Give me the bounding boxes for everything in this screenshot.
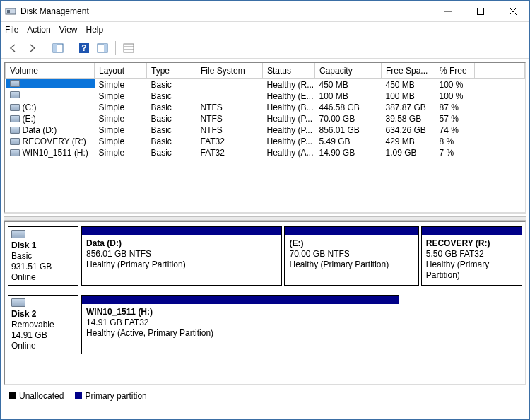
disk-graphical-pane[interactable]: Disk 1Basic931.51 GBOnlineData (D:)856.0… (4, 221, 526, 385)
volume-icon (10, 80, 20, 87)
volume-icon (10, 115, 20, 122)
cell-type: Basic (147, 113, 196, 124)
cell-capacity: 70.00 GB (315, 113, 382, 124)
menubar: File Action View Help (1, 22, 529, 37)
disk-info[interactable]: Disk 1Basic931.51 GBOnline (8, 226, 78, 286)
volume-name-cell: RECOVERY (R:) (6, 136, 95, 147)
partition-name: RECOVERY (R:) (426, 238, 517, 249)
cell-pct: 74 % (435, 124, 475, 136)
volume-row[interactable]: (E:)SimpleBasicNTFSHealthy (P...70.00 GB… (6, 113, 525, 124)
menu-view[interactable]: View (59, 25, 78, 35)
volume-name-cell (6, 91, 95, 99)
col-spare[interactable] (475, 63, 525, 78)
titlebar: Disk Management (1, 1, 529, 22)
show-hide-action-pane-button[interactable] (94, 40, 111, 57)
help-button[interactable]: ? (76, 40, 93, 57)
partition-color-bar (285, 227, 418, 235)
volume-name-cell (6, 79, 95, 88)
window-title: Disk Management (20, 6, 432, 16)
cell-capacity: 446.58 GB (315, 102, 382, 113)
partition[interactable]: (E:)70.00 GB NTFSHealthy (Primary Partit… (284, 226, 418, 286)
back-button[interactable] (5, 40, 22, 57)
col-filesystem[interactable]: File System (196, 63, 263, 78)
cell-status: Healthy (R... (263, 78, 315, 91)
partition-status: Healthy (Primary Partition) (86, 259, 277, 270)
volume-list-pane[interactable]: Volume Layout Type File System Status Ca… (4, 62, 526, 214)
partition-name: WIN10_1511 (H:) (86, 307, 394, 317)
partition-body: (E:)70.00 GB NTFSHealthy (Primary Partit… (285, 235, 418, 273)
swatch-primary-icon (75, 392, 82, 399)
volume-row[interactable]: Data (D:)SimpleBasicNTFSHealthy (P...856… (6, 124, 525, 136)
toolbar-divider (45, 41, 45, 55)
status-bar (4, 404, 526, 416)
cell-pct: 87 % (435, 102, 475, 113)
volume-name-cell: Data (D:) (6, 124, 95, 136)
show-hide-console-tree-button[interactable] (49, 40, 66, 57)
volume-icon (10, 91, 20, 98)
partition-color-bar (422, 227, 522, 235)
partition-body: Data (D:)856.01 GB NTFSHealthy (Primary … (82, 235, 281, 273)
disk-state: Online (11, 341, 75, 351)
col-status[interactable]: Status (263, 63, 315, 78)
disk-icon (11, 230, 25, 238)
volume-name-cell: WIN10_1511 (H:) (6, 147, 95, 158)
cell-layout: Simple (95, 78, 147, 91)
partition[interactable]: WIN10_1511 (H:)14.91 GB FAT32Healthy (Ac… (81, 295, 399, 354)
volume-row[interactable]: SimpleBasicHealthy (E...100 MB100 MB100 … (6, 91, 525, 102)
col-pctfree[interactable]: % Free (435, 63, 475, 78)
partition[interactable]: RECOVERY (R:)5.50 GB FAT32Healthy (Prima… (421, 226, 522, 286)
disk-row: Disk 2Removable14.91 GBOnlineWIN10_1511 … (5, 291, 525, 359)
partition-name: (E:) (289, 238, 413, 249)
partition-body: WIN10_1511 (H:)14.91 GB FAT32Healthy (Ac… (82, 304, 399, 342)
close-button[interactable] (497, 1, 529, 22)
legend-unallocated: Unallocated (9, 391, 64, 401)
menu-file[interactable]: File (5, 25, 18, 35)
toolbar-divider (71, 41, 71, 55)
cell-capacity: 14.90 GB (315, 147, 382, 158)
col-capacity[interactable]: Capacity (315, 63, 382, 78)
partition-info: 5.50 GB FAT32 (426, 249, 517, 259)
legend-primary: Primary partition (75, 391, 146, 401)
volume-row[interactable]: WIN10_1511 (H:)SimpleBasicFAT32Healthy (… (6, 147, 525, 158)
partition-color-bar (82, 227, 281, 235)
partition[interactable]: Data (D:)856.01 GB NTFSHealthy (Primary … (81, 226, 282, 286)
cell-status: Healthy (P... (263, 136, 315, 147)
volume-icon (10, 104, 20, 111)
partition-status: Healthy (Primary Partition) (289, 259, 413, 270)
svg-text:?: ? (81, 43, 86, 53)
disk-size: 931.51 GB (11, 262, 75, 272)
volume-icon (10, 138, 20, 145)
maximize-button[interactable] (464, 1, 497, 22)
disk-row: Disk 1Basic931.51 GBOnlineData (D:)856.0… (5, 222, 525, 291)
col-layout[interactable]: Layout (95, 63, 147, 78)
minimize-button[interactable] (432, 1, 464, 22)
partition-info: 14.91 GB FAT32 (86, 317, 394, 328)
partition-info: 70.00 GB NTFS (289, 249, 413, 259)
disk-size: 14.91 GB (11, 330, 75, 340)
cell-layout: Simple (95, 124, 147, 136)
col-freespace[interactable]: Free Spa... (382, 63, 435, 78)
cell-type: Basic (147, 91, 196, 102)
cell-type: Basic (147, 147, 196, 158)
volume-row[interactable]: RECOVERY (R:)SimpleBasicFAT32Healthy (P.… (6, 136, 525, 147)
partition-body: RECOVERY (R:)5.50 GB FAT32Healthy (Prima… (422, 235, 522, 284)
cell-status: Healthy (P... (263, 113, 315, 124)
toolbar-divider (115, 41, 116, 55)
cell-type: Basic (147, 136, 196, 147)
partition-status: Healthy (Primary Partition) (426, 259, 517, 281)
settings-button[interactable] (120, 40, 137, 57)
cell-free: 1.09 GB (382, 147, 435, 158)
volume-row[interactable]: SimpleBasicHealthy (R...450 MB450 MB100 … (6, 78, 525, 91)
volume-row[interactable]: (C:)SimpleBasicNTFSHealthy (B...446.58 G… (6, 102, 525, 113)
cell-layout: Simple (95, 147, 147, 158)
volume-name-cell: (E:) (6, 113, 95, 124)
menu-action[interactable]: Action (27, 25, 50, 35)
svg-rect-11 (104, 44, 107, 52)
menu-help[interactable]: Help (86, 25, 104, 35)
col-type[interactable]: Type (147, 63, 196, 78)
col-volume[interactable]: Volume (6, 63, 95, 78)
forward-button[interactable] (23, 40, 40, 57)
disk-info[interactable]: Disk 2Removable14.91 GBOnline (8, 295, 78, 354)
partition-name: Data (D:) (86, 238, 277, 249)
disk-kind: Basic (11, 251, 75, 261)
